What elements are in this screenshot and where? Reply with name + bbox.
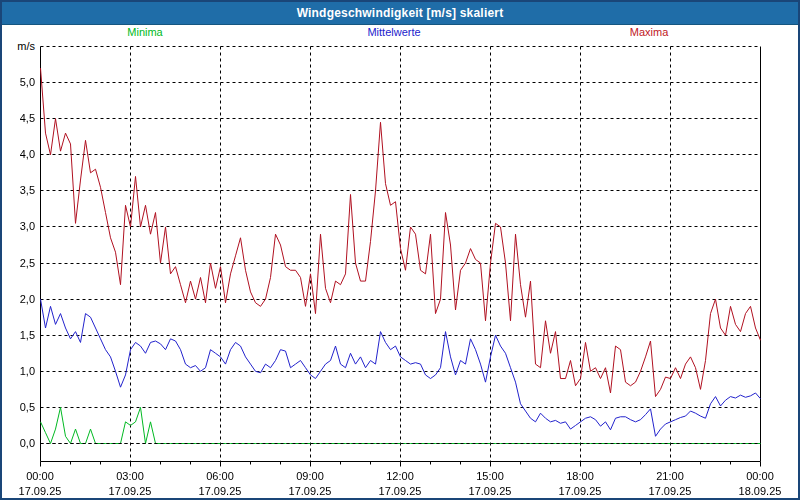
x-tick-date-label: 17.09.25 bbox=[278, 485, 342, 497]
x-tick-date-label: 17.09.25 bbox=[98, 485, 162, 497]
y-tick-label: 2,0 bbox=[2, 293, 35, 305]
y-tick-label: 2,5 bbox=[2, 257, 35, 269]
y-tick-label: 5,0 bbox=[2, 76, 35, 88]
y-tick-label: 4,0 bbox=[2, 148, 35, 160]
x-tick-date-label: 17.09.25 bbox=[188, 485, 252, 497]
x-tick-time-label: 09:00 bbox=[278, 470, 342, 482]
x-tick-time-label: 06:00 bbox=[188, 470, 252, 482]
x-tick-time-label: 18:00 bbox=[548, 470, 612, 482]
x-tick-date-label: 17.09.25 bbox=[8, 485, 72, 497]
y-tick-label: 4,5 bbox=[2, 112, 35, 124]
x-tick-time-label: 21:00 bbox=[638, 470, 702, 482]
x-tick-date-label: 17.09.25 bbox=[638, 485, 702, 497]
x-tick-date-label: 17.09.25 bbox=[548, 485, 612, 497]
y-tick-label: 0,5 bbox=[2, 401, 35, 413]
y-tick-label: 0,0 bbox=[2, 437, 35, 449]
x-tick-time-label: 03:00 bbox=[98, 470, 162, 482]
y-tick-label: 1,0 bbox=[2, 365, 35, 377]
chart-window: Windgeschwindigkeit [m/s] skaliert Minim… bbox=[0, 0, 800, 500]
x-tick-time-label: 12:00 bbox=[368, 470, 432, 482]
y-tick-label: 3,5 bbox=[2, 184, 35, 196]
wind-speed-chart bbox=[2, 2, 800, 500]
x-tick-date-label: 17.09.25 bbox=[368, 485, 432, 497]
x-tick-date-label: 17.09.25 bbox=[458, 485, 522, 497]
x-tick-date-label: 18.09.25 bbox=[728, 485, 792, 497]
x-tick-time-label: 00:00 bbox=[8, 470, 72, 482]
y-tick-label: 1,5 bbox=[2, 329, 35, 341]
x-tick-time-label: 15:00 bbox=[458, 470, 522, 482]
x-tick-time-label: 00:00 bbox=[728, 470, 792, 482]
y-tick-label: 3,0 bbox=[2, 220, 35, 232]
